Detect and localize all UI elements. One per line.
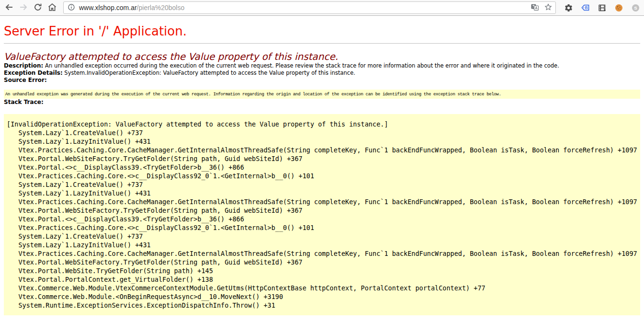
exception-details-row: Exception Details: System.InvalidOperati…	[4, 69, 640, 77]
stack-trace-box: [InvalidOperationException: ValueFactory…	[4, 114, 640, 315]
gear-icon[interactable]	[564, 3, 573, 12]
star-icon[interactable]	[544, 3, 553, 13]
back-button[interactable]	[2, 1, 16, 14]
skype-icon[interactable]: S	[631, 3, 640, 12]
source-error-row: Source Error:	[4, 77, 640, 84]
divider	[4, 43, 640, 44]
browser-toolbar: www.xlshop.com.ar/pierla%20bolso B S	[0, 0, 644, 16]
back-arrow-icon	[4, 2, 14, 13]
description-label: Description:	[4, 62, 43, 69]
tag-icon[interactable]: B	[580, 3, 590, 12]
extension-area: B S	[564, 3, 640, 12]
stack-trace-label: Stack Trace:	[4, 99, 44, 105]
skype-letter: S	[634, 5, 637, 10]
home-icon	[47, 2, 57, 13]
info-icon[interactable]	[68, 3, 75, 12]
cookie-icon[interactable]	[614, 3, 623, 12]
forward-button[interactable]	[17, 1, 30, 14]
error-page: Server Error in '/' Application. ValueFa…	[0, 24, 644, 315]
refresh-button[interactable]	[31, 1, 45, 14]
stack-trace-row: Stack Trace:	[4, 99, 640, 106]
source-error-label: Source Error:	[4, 77, 47, 83]
description-text: An unhandled exception occurred during t…	[45, 62, 559, 69]
url-text[interactable]: www.xlshop.com.ar/pierla%20bolso	[79, 4, 531, 12]
tag-letter: B	[585, 5, 588, 10]
url-path: /pierla%20bolso	[137, 4, 185, 12]
exception-details-label: Exception Details:	[4, 69, 63, 76]
forward-arrow-icon	[19, 2, 28, 13]
error-message: ValueFactory attempted to access the Val…	[4, 51, 640, 62]
refresh-icon	[33, 2, 43, 13]
exception-details-text: System.InvalidOperationException: ValueF…	[64, 69, 355, 76]
page-title: Server Error in '/' Application.	[4, 24, 640, 38]
filmstrip-icon[interactable]	[597, 3, 607, 12]
translate-icon[interactable]	[531, 3, 539, 13]
url-bar[interactable]: www.xlshop.com.ar/pierla%20bolso	[63, 1, 556, 14]
url-host: www.xlshop.com.ar	[79, 4, 137, 12]
home-button[interactable]	[45, 1, 59, 14]
source-error-box: An unhandled exception was generated dur…	[4, 90, 640, 99]
description-row: Description: An unhandled exception occu…	[4, 62, 640, 69]
